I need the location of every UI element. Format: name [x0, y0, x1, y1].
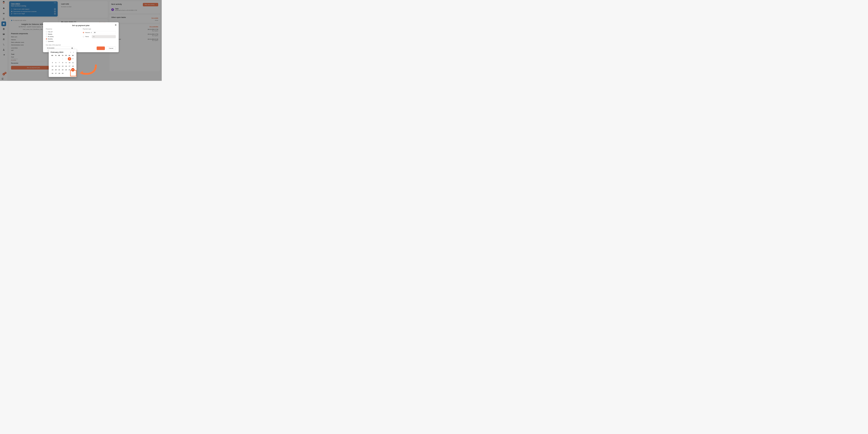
- date-cell[interactable]: 29: [61, 72, 64, 75]
- amount-input[interactable]: [93, 31, 116, 34]
- due-date-label: Due date of first payment: [46, 44, 79, 46]
- date-cell[interactable]: 2: [64, 57, 68, 61]
- date-cell[interactable]: 20: [54, 68, 58, 72]
- terms-row[interactable]: Terms £: [83, 35, 116, 39]
- dow-header: MO: [51, 55, 54, 57]
- amount-label: Amount: [85, 32, 90, 33]
- date-cell[interactable]: 15: [61, 64, 64, 68]
- date-cell[interactable]: 10: [68, 61, 71, 64]
- terms-input: [92, 35, 116, 38]
- date-cell[interactable]: 17: [68, 64, 71, 68]
- terms-label: Terms: [85, 36, 89, 37]
- date-cell[interactable]: 12: [51, 64, 54, 68]
- modal-title: Set up payment plan: [46, 24, 116, 26]
- date-cell[interactable]: 28: [58, 72, 61, 75]
- date-cell[interactable]: 4: [71, 57, 75, 61]
- date-cell[interactable]: 22: [61, 68, 64, 72]
- freq-quarterly[interactable]: Quarterly: [46, 40, 79, 42]
- date-cell[interactable]: 26: [51, 72, 54, 75]
- payment-type-label: Payment type: [83, 28, 116, 30]
- date-cell[interactable]: 3: [68, 57, 71, 61]
- date-cell[interactable]: 25: [71, 68, 75, 72]
- date-cell[interactable]: 7: [58, 61, 61, 64]
- freq-biweekly[interactable]: Bi weekly: [46, 35, 79, 38]
- date-cell[interactable]: 19: [51, 68, 54, 72]
- date-cell[interactable]: 8: [61, 61, 64, 64]
- dow-header: FR: [64, 55, 68, 57]
- date-cell[interactable]: 5: [51, 61, 54, 64]
- date-cell[interactable]: 16: [64, 64, 68, 68]
- date-cell[interactable]: 23: [64, 68, 68, 72]
- freq-monthly[interactable]: Monthly: [46, 38, 79, 40]
- amount-row[interactable]: Amount £: [83, 31, 116, 35]
- calendar-icon: [71, 47, 73, 49]
- date-cell[interactable]: 21: [58, 68, 61, 72]
- prev-month-icon[interactable]: [69, 51, 71, 53]
- close-icon[interactable]: [115, 24, 117, 26]
- dow-header: TU: [54, 55, 57, 57]
- cancel-button[interactable]: Cancel: [106, 46, 116, 50]
- datepicker-grid: MOTUWETHFRSASU 1234567891011121314151617…: [51, 55, 74, 75]
- frequency-label: Frequency: [46, 28, 79, 30]
- date-cell[interactable]: 27: [54, 72, 58, 75]
- next-month-icon[interactable]: [72, 51, 74, 53]
- freq-oneoff[interactable]: One off: [46, 31, 79, 33]
- dow-header: WE: [58, 55, 61, 57]
- datepicker-month: February 2024: [51, 51, 63, 53]
- date-cell[interactable]: 6: [54, 61, 58, 64]
- date-cell[interactable]: 14: [58, 64, 61, 68]
- dow-header: SA: [68, 55, 71, 57]
- datepicker: February 2024 MOTUWETHFRSASU 12345678910…: [49, 49, 76, 77]
- currency-symbol: £: [91, 32, 92, 33]
- date-cell[interactable]: 11: [71, 61, 75, 64]
- frequency-group: Frequency One off Weekly Bi weekly Month…: [46, 28, 79, 50]
- date-cell[interactable]: 13: [54, 64, 58, 68]
- dow-header: SU: [71, 55, 74, 57]
- payment-plan-modal: Set up payment plan Frequency One off We…: [43, 22, 119, 52]
- date-cell[interactable]: 9: [64, 61, 68, 64]
- date-cell[interactable]: 24: [68, 68, 71, 72]
- freq-weekly[interactable]: Weekly: [46, 33, 79, 35]
- date-cell[interactable]: 18: [71, 64, 75, 68]
- save-button[interactable]: Save: [97, 46, 105, 50]
- dow-header: TH: [61, 55, 64, 57]
- date-cell[interactable]: 1: [61, 57, 64, 61]
